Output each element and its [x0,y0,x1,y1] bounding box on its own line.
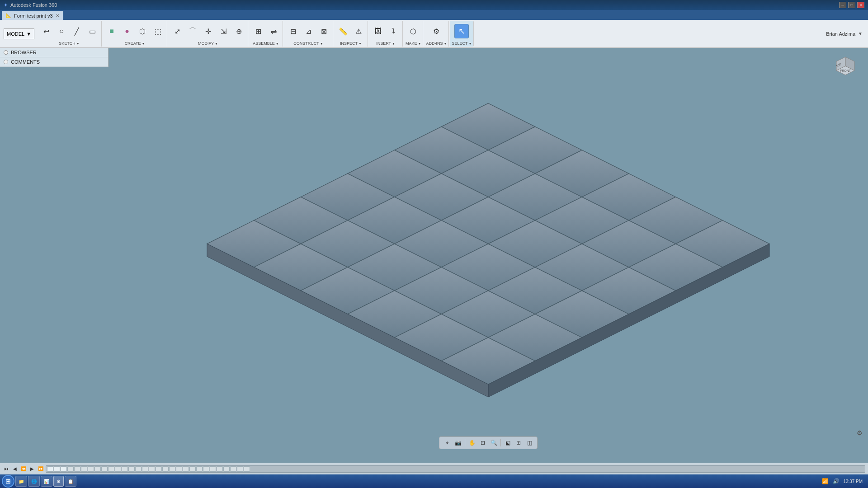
browser-icon: 🌐 [31,479,37,484]
timeline: ⏮ ◀ ⏪ ▶ ⏩ [0,463,868,474]
left-panel: BROWSER COMMENTS [0,48,108,67]
box-button[interactable]: ■ [104,24,119,38]
press-pull-button[interactable]: ⤢ [170,24,184,38]
start-button[interactable]: ⊞ [2,475,14,488]
zoom-button[interactable]: 🔍 [489,438,499,448]
view-cube-svg: FRONT TOP [827,52,863,89]
move-button[interactable]: ✛ [201,24,215,38]
timeline-play-button[interactable]: ▶ [28,465,36,473]
timeline-tick-9 [101,466,108,472]
display-mode-button[interactable]: ⬕ [503,438,513,448]
comments-dot [4,60,8,64]
user-dropdown-arrow[interactable]: ▼ [858,31,863,36]
timeline-forward-step-button[interactable]: ⏩ [37,465,44,473]
timeline-track[interactable] [46,465,865,473]
camera-button[interactable]: 📷 [453,438,463,448]
timeline-tick-1 [47,466,53,472]
cylinder-button[interactable]: ⬡ [135,24,150,38]
tab-label: Form test print v3 [14,13,53,19]
tab-icon: 📐 [6,13,11,18]
tab-close-button[interactable]: ✕ [56,13,59,18]
viewport[interactable]: FRONT TOP ⌖ 📷 ✋ ⊡ 🔍 ⬕ ⊞ ◫ ⚙ [108,48,868,463]
timeline-tick-10 [108,466,114,472]
timeline-tick-15 [142,466,148,472]
select-arrow: ▼ [468,42,472,45]
sketch-arrow: ▼ [76,42,80,45]
user-name: Brian Adzima [826,31,855,37]
angle-plane-button[interactable]: ⊿ [301,24,316,38]
file-explorer-icon: 📁 [19,479,24,484]
insert-label: INSERT [376,41,391,46]
window-controls: ─ □ ✕ [839,2,864,8]
timeline-tick-29 [237,466,243,472]
offset-plane-button[interactable]: ⊟ [286,24,300,38]
taskbar-file-explorer[interactable]: 📁 [15,476,27,487]
modify-arrow: ▼ [215,42,218,45]
comments-label: COMMENTS [11,59,40,65]
tab-form-test[interactable]: 📐 Form test print v3 ✕ [2,11,63,20]
toolbar-group-insert: 🖼 ⤵ INSERT ▼ [369,21,403,47]
sketch-line-button[interactable]: ╱ [70,24,84,38]
toolbar-group-inspect: 📏 ⚠ INSPECT ▼ [334,21,368,47]
extrude-button[interactable]: ⬚ [151,24,165,38]
sketch-circle-button[interactable]: ○ [54,24,69,38]
motion-button[interactable]: ⇌ [266,24,281,38]
taskbar-fusion[interactable]: ⚙ [53,476,64,487]
model-dropdown[interactable]: MODEL ▼ [4,28,34,39]
timeline-start-button[interactable]: ⏮ [3,465,10,473]
create-arrow: ▼ [142,42,145,45]
timeline-tick-3 [61,466,67,472]
measure-button[interactable]: 📏 [336,24,350,38]
scripts-button[interactable]: ⚙ [429,24,443,38]
midplane-button[interactable]: ⊠ [316,24,331,38]
titlebar: ✦ Autodesk Fusion 360 ─ □ ✕ [0,0,868,10]
3d-print-button[interactable]: ⬡ [406,24,420,38]
3d-grid [108,48,868,463]
timeline-back-button[interactable]: ◀ [11,465,19,473]
zoom-fit-button[interactable]: ⊡ [478,438,488,448]
toolbar-group-assemble: ⊞ ⇌ ASSEMBLE ▼ [249,21,283,47]
snap-button[interactable]: ⌖ [442,438,452,448]
timeline-tick-28 [230,466,236,472]
fusion-icon: ⚙ [57,479,61,484]
minimize-button[interactable]: ─ [839,2,846,8]
interference-button[interactable]: ⚠ [351,24,366,38]
modify-label: MODIFY [198,41,214,46]
insert-svg-button[interactable]: ⤵ [386,24,401,38]
grid-display-button[interactable]: ⊞ [514,438,524,448]
settings-icon[interactable]: ⚙ [857,429,863,436]
insert-mesh-button[interactable]: 🖼 [371,24,385,38]
construct-label: CONSTRUCT [293,41,319,46]
taskbar-spreadsheet[interactable]: 📊 [41,476,52,487]
timeline-tick-26 [217,466,223,472]
pan-button[interactable]: ✋ [467,438,477,448]
combine-button[interactable]: ⊕ [231,24,246,38]
joint-button[interactable]: ⊞ [251,24,265,38]
timeline-tick-2 [54,466,60,472]
toolbar-group-construct: ⊟ ⊿ ⊠ CONSTRUCT ▼ [284,21,333,47]
tab-bar: 📐 Form test print v3 ✕ [0,10,868,20]
maximize-button[interactable]: □ [848,2,855,8]
addins-label: ADD-INS [426,41,443,46]
comments-item[interactable]: COMMENTS [0,57,108,67]
background-button[interactable]: ◫ [524,438,534,448]
timeline-tick-23 [196,466,203,472]
select-button[interactable]: ↖ [454,24,469,38]
sketch-rect-button[interactable]: ▭ [85,24,99,38]
assemble-label: ASSEMBLE [253,41,275,46]
sphere-button[interactable]: ● [120,24,134,38]
timeline-tick-20 [176,466,182,472]
iso-grid-group [207,103,769,397]
addins-arrow: ▼ [443,42,447,45]
view-cube[interactable]: FRONT TOP [827,52,863,89]
taskbar-browser[interactable]: 🌐 [28,476,40,487]
taskbar-app5[interactable]: 📋 [65,476,76,487]
timeline-tick-5 [74,466,80,472]
undo-button[interactable]: ↩ [39,24,53,38]
timeline-tick-12 [122,466,128,472]
timeline-back-step-button[interactable]: ⏪ [20,465,27,473]
fillet-button[interactable]: ⌒ [185,24,200,38]
scale-button[interactable]: ⇲ [216,24,231,38]
close-button[interactable]: ✕ [857,2,864,8]
browser-item[interactable]: BROWSER [0,48,108,57]
